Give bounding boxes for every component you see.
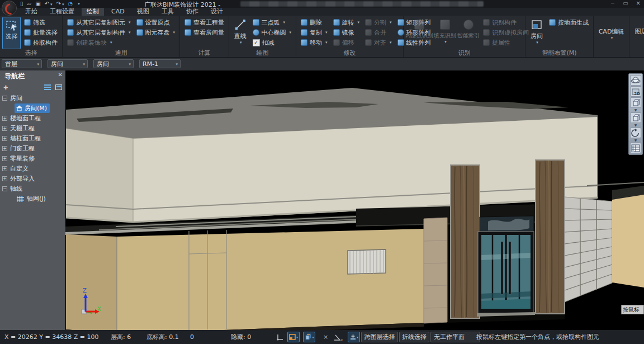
layer-management-button[interactable]: 图层管理 ▾	[632, 17, 644, 49]
expand-icon[interactable]: +	[2, 136, 7, 141]
center-ellipse-button[interactable]: 中心椭圆▾	[250, 27, 294, 37]
copy-elements-from-layer-button[interactable]: 从其它层复制图元▾	[65, 17, 133, 27]
ortho-icon[interactable]	[276, 332, 284, 342]
category-select[interactable]: 房间▾	[48, 59, 88, 68]
inner-point-recognize-button[interactable]: 内部点识别▾	[406, 17, 433, 49]
recognize-virtual-room-button[interactable]: 识别虚拟房间	[481, 27, 531, 37]
tab-collaborate[interactable]: 协作	[181, 8, 203, 16]
app-logo-icon[interactable]	[2, 1, 17, 16]
expand-icon[interactable]: +	[2, 156, 7, 161]
expand-icon[interactable]: +	[2, 126, 7, 131]
nav-item-ceiling-works[interactable]: +天棚工程	[0, 123, 65, 133]
nav-item-floor-works[interactable]: +楼地面工程	[0, 113, 65, 123]
rotate-view-icon[interactable]	[630, 128, 641, 138]
delete-button[interactable]: 删除	[299, 17, 330, 27]
cross-layer-select-button[interactable]: 跨图层选择	[361, 332, 398, 342]
tab-cad[interactable]: CAD	[106, 8, 130, 16]
tab-start[interactable]: 开始	[20, 8, 42, 16]
move-button[interactable]: 移动▾	[299, 37, 330, 48]
nav-item-room-selected[interactable]: 房间(M)	[0, 103, 65, 113]
merge-button[interactable]: 合并	[363, 27, 394, 37]
close-button[interactable]: ×	[636, 0, 641, 6]
select-tool-button[interactable]: 选择	[2, 17, 21, 49]
cad-edit-dropdown-icon[interactable]: ▾	[611, 36, 613, 40]
view-quantities-button[interactable]: 查看工程量	[182, 17, 226, 27]
new-file-icon[interactable]: ▯	[20, 1, 23, 7]
chevron-down-icon[interactable]: ▼	[634, 139, 637, 142]
collapse-icon[interactable]: −	[2, 96, 7, 101]
offset-button[interactable]: 偏移	[331, 37, 362, 48]
expand-icon[interactable]: +	[2, 146, 7, 151]
nav-item-axis-group[interactable]: −轴线	[0, 183, 65, 194]
line-dropdown-icon[interactable]: ▾	[240, 40, 242, 45]
angle-snap-icon[interactable]: ▾	[333, 332, 343, 342]
nav-item-wall-column-works[interactable]: +墙柱面工程	[0, 133, 65, 143]
copy-components-from-layer-button[interactable]: 从其它层复制构件▾	[65, 27, 133, 37]
create-decor-block-button[interactable]: 创建装饰块▾	[65, 37, 133, 48]
copy-button[interactable]: 复制▾	[299, 27, 330, 37]
nav-item-door-window-works[interactable]: +门窗工程	[0, 143, 65, 153]
align-button[interactable]: 对齐▾	[363, 37, 394, 48]
set-origin-button[interactable]: 设置原点	[134, 17, 178, 27]
element-select[interactable]: RM-1▾	[139, 59, 181, 68]
list-view-icon[interactable]	[44, 84, 51, 90]
minimize-button[interactable]: −	[610, 0, 615, 6]
tab-design[interactable]: 设计	[206, 8, 228, 16]
type-select[interactable]: 房间▾	[93, 59, 134, 68]
split-button[interactable]: 分割▾	[363, 17, 394, 27]
cad-edit-button[interactable]: CAD编辑 ▾	[596, 17, 627, 49]
pick-mode-icon[interactable]: ▾	[348, 332, 360, 342]
open-file-icon[interactable]: ▱	[27, 1, 32, 7]
view-2d-button[interactable]: 2D	[630, 86, 641, 97]
mirror-button[interactable]: 镜像	[331, 27, 362, 37]
viewport-mode-icon[interactable]: ▾	[287, 332, 300, 342]
chevron-down-icon[interactable]: ▼	[634, 109, 637, 112]
undo-icon[interactable]: ↶▾	[45, 1, 53, 7]
room-dropdown-icon[interactable]: ▾	[536, 40, 538, 45]
render-style-icon[interactable]: ▾	[303, 332, 315, 342]
deduct-checkbox[interactable]: ✓扣减	[250, 37, 294, 48]
tab-project-settings[interactable]: 工程设置	[45, 8, 79, 16]
tab-view[interactable]: 视图	[132, 8, 154, 16]
extract-properties-button[interactable]: 提属性	[481, 37, 531, 48]
nav-item-room-group[interactable]: −房间	[0, 93, 65, 103]
tab-tools[interactable]: 工具	[157, 8, 179, 16]
view-room-quantities-button[interactable]: 查看房间量	[182, 27, 226, 37]
nav-item-misc-decoration[interactable]: +零星装修	[0, 153, 65, 163]
schedule-table-icon[interactable]	[630, 143, 641, 153]
collapse-icon[interactable]: −	[2, 186, 7, 191]
pick-component-button[interactable]: 拾取构件	[22, 37, 60, 48]
generate-by-floor-button[interactable]: 按地面生成	[547, 17, 591, 27]
expand-icon[interactable]: +	[2, 166, 7, 171]
three-point-arc-button[interactable]: 三点弧▾	[250, 17, 294, 27]
room-tool-button[interactable]: 房间 ▾	[528, 17, 546, 49]
filter-button[interactable]: 筛选	[22, 17, 60, 27]
orbit-icon[interactable]	[630, 75, 641, 86]
model-viewport[interactable]: Z X 2D ▼ ▼ ▼ 按鼠标	[65, 70, 644, 330]
fill-recognize-button[interactable]: 填充识别▾	[434, 17, 456, 49]
pin-icon[interactable]: ✚	[3, 84, 8, 91]
qat-customize-icon[interactable]: ▾	[78, 2, 80, 6]
cloud-icon[interactable]: ◔	[68, 1, 73, 7]
batch-select-button[interactable]: 批量选择	[22, 27, 60, 37]
panel-view-icon[interactable]	[55, 84, 62, 90]
smart-index-button[interactable]: 智能索引	[457, 17, 480, 49]
cancel-icon[interactable]: ×	[323, 330, 328, 344]
nav-item-external-import[interactable]: +外部导入	[0, 173, 65, 183]
nav-item-axis-grid[interactable]: 轴网(J)	[0, 194, 65, 204]
polyline-select-button[interactable]: 折线选择	[399, 332, 429, 342]
view-cube-icon[interactable]	[630, 97, 641, 108]
nav-item-custom[interactable]: +自定义	[0, 163, 65, 173]
save-icon[interactable]: ▣	[35, 1, 40, 7]
expand-icon[interactable]: +	[2, 116, 7, 121]
tab-draw[interactable]: 绘制	[82, 8, 104, 16]
floor-select[interactable]: 首层▾	[2, 59, 42, 68]
save-element-button[interactable]: 图元存盘▾	[134, 27, 178, 37]
workplane-select[interactable]: 无工作平面▾	[430, 332, 480, 342]
rotate-button[interactable]: 旋转▾	[331, 17, 362, 27]
line-tool-button[interactable]: 直线 ▾	[231, 17, 249, 49]
chevron-down-icon[interactable]: ▼	[634, 124, 637, 127]
recognize-component-button[interactable]: 识别构件	[481, 17, 531, 27]
view-cube-alt-icon[interactable]	[630, 112, 641, 123]
redo-icon[interactable]: ↷▾	[56, 1, 64, 7]
